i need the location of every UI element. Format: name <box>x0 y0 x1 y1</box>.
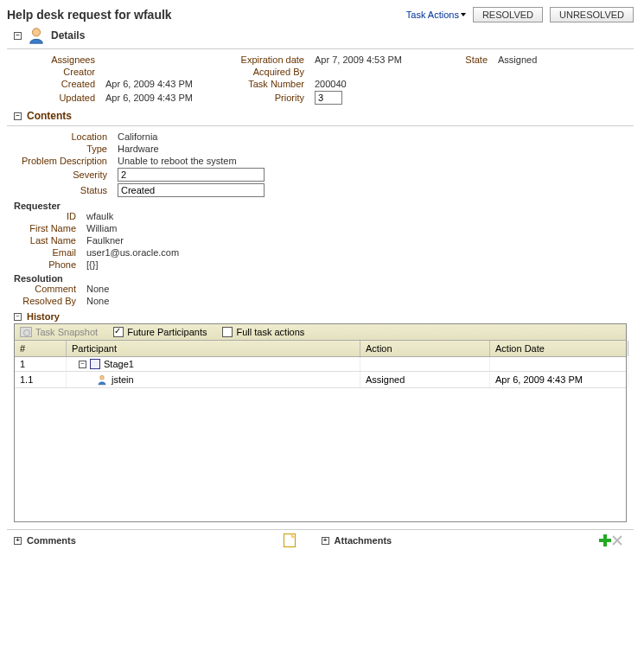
label-phone: Phone <box>12 259 81 270</box>
requester-header: Requester <box>14 201 634 211</box>
label-last-name: Last Name <box>12 235 81 246</box>
value-type: Hardware <box>118 144 377 154</box>
row-num: 1.1 <box>15 372 67 387</box>
resolved-button[interactable]: RESOLVED <box>473 7 543 22</box>
delete-attachment-icon[interactable] <box>611 534 623 546</box>
label-type: Type <box>9 144 112 154</box>
svg-point-1 <box>100 375 105 380</box>
collapse-toggle-stage[interactable]: − <box>79 361 86 368</box>
label-email: Email <box>12 247 81 258</box>
row-action-date <box>490 357 628 371</box>
history-panel: Task Snapshot Future Participants Full t… <box>14 323 627 522</box>
new-comment-icon[interactable] <box>284 533 296 547</box>
collapse-toggle-details[interactable]: − <box>14 32 22 40</box>
value-last-name: Faulkner <box>86 235 346 246</box>
label-location: Location <box>9 131 112 142</box>
value-location: California <box>118 131 377 142</box>
priority-input[interactable] <box>315 91 342 105</box>
status-input[interactable] <box>118 183 265 197</box>
history-table-header: # Participant Action Action Date <box>15 341 626 357</box>
resolution-header: Resolution <box>14 273 634 284</box>
label-comment: Comment <box>12 284 81 294</box>
contents-section-header: − Contents <box>14 110 634 122</box>
details-grid: Assignees Expiration date Apr 7, 2009 4:… <box>24 54 634 105</box>
contents-label: Contents <box>27 110 72 122</box>
chevron-down-icon <box>461 13 466 16</box>
full-task-actions-checkbox[interactable]: Full task actions <box>222 327 304 337</box>
svg-point-0 <box>32 29 40 36</box>
value-resolved-by: None <box>86 296 346 306</box>
camera-icon <box>20 327 32 337</box>
label-expiration: Expiration date <box>232 54 309 65</box>
value-expiration: Apr 7, 2009 4:53 PM <box>315 54 436 65</box>
history-label: History <box>27 311 60 322</box>
value-problem-desc: Unable to reboot the system <box>118 156 377 166</box>
history-toolbar: Task Snapshot Future Participants Full t… <box>15 324 626 341</box>
comments-label: Comments <box>27 535 76 546</box>
label-severity: Severity <box>9 169 112 180</box>
person-icon <box>96 374 108 386</box>
value-id: wfaulk <box>86 211 346 221</box>
footer-bar: + Comments + Attachments <box>7 529 634 554</box>
value-phone: [{}] <box>86 259 346 270</box>
full-task-actions-label: Full task actions <box>236 327 304 337</box>
value-task-number: 200040 <box>315 79 436 89</box>
row-participant: jstein <box>112 374 134 385</box>
col-action[interactable]: Action <box>360 341 490 356</box>
col-participant[interactable]: Participant <box>67 341 360 356</box>
details-label: Details <box>51 29 85 42</box>
user-icon <box>27 26 46 45</box>
page-title: Help desk request for wfaulk <box>7 8 399 22</box>
label-acquired-by: Acquired By <box>232 67 309 77</box>
unresolved-button[interactable]: UNRESOLVED <box>550 7 634 22</box>
requester-grid: ID wfaulk First Name William Last Name F… <box>12 211 634 270</box>
future-participants-checkbox[interactable]: Future Participants <box>113 327 207 337</box>
task-snapshot-button[interactable]: Task Snapshot <box>20 327 98 337</box>
value-first-name: William <box>86 223 346 233</box>
table-row[interactable]: 1.1 jstein Assigned Apr 6, 2009 4:43 PM <box>15 372 626 388</box>
value-created: Apr 6, 2009 4:43 PM <box>105 79 226 89</box>
row-action-date: Apr 6, 2009 4:43 PM <box>490 372 628 387</box>
table-row[interactable]: 1 − Stage1 <box>15 357 626 372</box>
label-task-number: Task Number <box>232 79 309 89</box>
contents-grid: Location California Type Hardware Proble… <box>9 131 634 197</box>
label-created: Created <box>24 79 100 89</box>
severity-input[interactable] <box>118 168 265 182</box>
future-participants-label: Future Participants <box>127 327 207 337</box>
add-attachment-icon[interactable] <box>599 534 611 546</box>
expand-toggle-comments[interactable]: + <box>14 537 22 545</box>
row-action <box>360 357 490 371</box>
resolution-grid: Comment None Resolved By None <box>12 284 634 306</box>
row-action: Assigned <box>360 372 490 387</box>
value-comment: None <box>86 284 346 294</box>
label-state: State <box>441 54 493 65</box>
expand-toggle-attachments[interactable]: + <box>322 537 329 545</box>
label-creator: Creator <box>24 67 100 77</box>
row-num: 1 <box>15 357 67 371</box>
label-status: Status <box>9 185 112 195</box>
value-updated: Apr 6, 2009 4:43 PM <box>105 93 226 103</box>
checkbox-unchecked-icon <box>222 327 233 337</box>
history-table-body: 1 − Stage1 1.1 jstein Assig <box>15 357 626 521</box>
attachments-label: Attachments <box>335 535 392 546</box>
stage-icon <box>90 359 100 369</box>
collapse-toggle-contents[interactable]: − <box>14 112 22 120</box>
checkbox-checked-icon <box>113 327 124 337</box>
task-actions-dropdown[interactable]: Task Actions <box>406 10 466 20</box>
value-email: user1@us.oracle.com <box>86 247 346 258</box>
col-action-date[interactable]: Action Date <box>490 341 628 356</box>
label-id: ID <box>12 211 81 221</box>
label-problem-desc: Problem Description <box>9 156 112 166</box>
row-participant: Stage1 <box>104 359 134 369</box>
label-assignees: Assignees <box>24 54 100 65</box>
col-num[interactable]: # <box>15 341 67 356</box>
label-first-name: First Name <box>12 223 81 233</box>
label-updated: Updated <box>24 93 100 103</box>
task-actions-label: Task Actions <box>406 10 459 20</box>
collapse-toggle-history[interactable]: − <box>14 313 22 321</box>
details-section-header: − Details <box>14 26 634 45</box>
label-resolved-by: Resolved By <box>12 296 81 306</box>
label-priority: Priority <box>232 93 309 103</box>
value-state: Assigned <box>498 54 602 65</box>
task-snapshot-label: Task Snapshot <box>35 327 98 337</box>
